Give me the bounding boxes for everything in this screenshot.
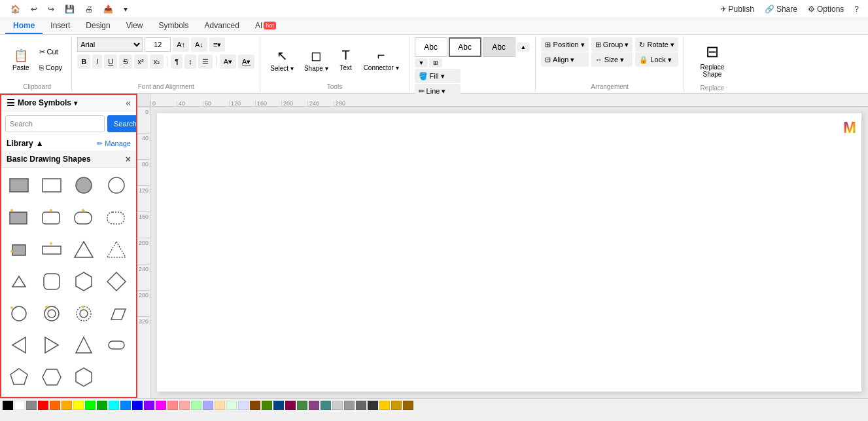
shape-triangle-left[interactable] xyxy=(5,331,33,359)
category-close-btn[interactable]: × xyxy=(126,154,131,164)
copy-button[interactable]: ⎘ Copy xyxy=(35,60,67,75)
font-bg-color-button[interactable]: A▾ xyxy=(220,54,236,69)
subscript-button[interactable]: x₂ xyxy=(150,54,164,69)
shape-circle[interactable] xyxy=(70,172,97,199)
color-swatch-0[interactable] xyxy=(3,401,13,410)
line-spacing-button[interactable]: ↕ xyxy=(184,54,196,69)
color-swatch-10[interactable] xyxy=(120,401,131,410)
help-button[interactable]: ? xyxy=(850,3,863,15)
shape-circle-outline[interactable] xyxy=(103,172,130,199)
shape-rect-rounded-dot[interactable] xyxy=(38,204,65,231)
color-swatch-3[interactable] xyxy=(38,401,48,410)
color-swatch-7[interactable] xyxy=(85,401,95,410)
color-swatch-13[interactable] xyxy=(156,401,166,410)
shape-triangle-outline[interactable] xyxy=(103,236,130,263)
shape-button[interactable]: ◻ Shape ▾ xyxy=(300,41,333,78)
more-btn[interactable]: ▾ xyxy=(118,0,133,18)
rotate-button[interactable]: ↻ Rotate ▾ xyxy=(635,37,678,52)
shape-triangle-up[interactable] xyxy=(70,236,97,263)
print-btn[interactable]: 🖨 xyxy=(80,0,98,18)
tab-view[interactable]: View xyxy=(118,18,151,34)
styles-scroll-up[interactable]: ▲ xyxy=(517,43,530,52)
color-swatch-25[interactable] xyxy=(297,401,307,410)
lock-button[interactable]: 🔒 Lock ▾ xyxy=(635,52,678,67)
superscript-button[interactable]: x² xyxy=(134,54,148,69)
color-swatch-33[interactable] xyxy=(391,401,402,410)
styles-expand[interactable]: ⊞ xyxy=(429,58,442,67)
search-button[interactable]: Search xyxy=(107,115,137,132)
shape-rect-rounded2-dot[interactable] xyxy=(70,204,97,231)
color-swatch-20[interactable] xyxy=(238,401,249,410)
align-button[interactable]: ≡▾ xyxy=(209,37,225,52)
color-swatch-1[interactable] xyxy=(14,401,25,410)
position-button[interactable]: ⊞ Position ▾ xyxy=(541,37,588,52)
font-name-select[interactable]: Arial xyxy=(77,37,143,52)
shape-rect-plain[interactable] xyxy=(5,172,33,199)
tab-insert[interactable]: Insert xyxy=(43,18,78,34)
canvas[interactable]: M xyxy=(150,107,868,398)
color-swatch-31[interactable] xyxy=(368,401,378,410)
color-swatch-9[interactable] xyxy=(109,401,119,410)
group-button[interactable]: ⊞ Group ▾ xyxy=(591,37,633,52)
color-swatch-4[interactable] xyxy=(50,401,60,410)
shape-rect-outline[interactable] xyxy=(38,172,65,199)
shape-rect-label[interactable] xyxy=(38,236,65,263)
shape-square-rounded[interactable] xyxy=(38,268,65,295)
tab-ai[interactable]: AI hot xyxy=(247,18,284,34)
shape-rect-outline2[interactable] xyxy=(103,204,130,231)
tab-symbols[interactable]: Symbols xyxy=(151,18,197,34)
shape-pentagon[interactable] xyxy=(5,363,33,391)
connector-button[interactable]: ⌐ Connector ▾ xyxy=(359,41,404,78)
color-swatch-21[interactable] xyxy=(250,401,260,410)
color-swatch-6[interactable] xyxy=(73,401,84,410)
font-shrink-button[interactable]: A↓ xyxy=(191,37,207,52)
tab-home[interactable]: Home xyxy=(5,18,43,34)
library-collapse-icon[interactable]: ▲ xyxy=(36,139,44,148)
select-button[interactable]: ↖ Select ▾ xyxy=(266,41,298,78)
color-swatch-30[interactable] xyxy=(356,401,366,410)
options-button[interactable]: ⚙ Options xyxy=(804,3,848,15)
font-size-input[interactable] xyxy=(145,37,171,52)
publish-button[interactable]: ✈ Publish xyxy=(716,3,758,15)
color-swatch-17[interactable] xyxy=(203,401,213,410)
shape-triangle-small[interactable] xyxy=(5,268,33,295)
shape-square-small[interactable] xyxy=(5,236,33,263)
shape-circle-dotted-dot[interactable] xyxy=(70,299,97,327)
tab-advanced[interactable]: Advanced xyxy=(197,18,247,34)
color-swatch-28[interactable] xyxy=(332,401,343,410)
search-input[interactable] xyxy=(5,115,105,132)
strikethrough-button[interactable]: S xyxy=(119,54,131,69)
size-button[interactable]: ↔ Size ▾ xyxy=(591,52,633,67)
paste-button[interactable]: 📋 Paste xyxy=(8,41,34,78)
color-swatch-11[interactable] xyxy=(132,401,143,410)
style-box-1[interactable]: Abc xyxy=(415,37,447,57)
shape-circle2-dot[interactable] xyxy=(5,299,33,327)
color-swatch-29[interactable] xyxy=(344,401,355,410)
canvas-page[interactable]: M xyxy=(157,113,861,392)
shape-hexagon[interactable] xyxy=(70,268,97,295)
color-swatch-22[interactable] xyxy=(262,401,272,410)
color-swatch-14[interactable] xyxy=(167,401,178,410)
italic-button[interactable]: I xyxy=(92,54,102,69)
color-swatch-19[interactable] xyxy=(226,401,237,410)
cut-button[interactable]: ✂ Cut xyxy=(35,45,67,59)
shape-stadium[interactable] xyxy=(103,331,130,359)
shape-triangle-right[interactable] xyxy=(38,331,65,359)
shape-rect-dot-tl[interactable] xyxy=(5,204,33,231)
color-swatch-8[interactable] xyxy=(97,401,107,410)
style-box-3[interactable]: Abc xyxy=(483,37,515,57)
styles-scroll-down[interactable]: ▼ xyxy=(415,58,428,67)
list-button[interactable]: ☰ xyxy=(198,54,213,69)
undo-btn[interactable]: ↩ xyxy=(26,0,43,18)
color-swatch-32[interactable] xyxy=(379,401,390,410)
color-swatch-12[interactable] xyxy=(144,401,154,410)
color-swatch-2[interactable] xyxy=(26,401,37,410)
text-button[interactable]: T Text xyxy=(334,41,358,78)
font-color-button[interactable]: A▾ xyxy=(238,54,254,69)
tab-design[interactable]: Design xyxy=(78,18,118,34)
color-swatch-26[interactable] xyxy=(309,401,319,410)
fill-button[interactable]: 🪣 Fill ▾ xyxy=(415,69,461,83)
style-box-2[interactable]: Abc xyxy=(449,37,481,57)
home-icon[interactable]: 🏠 xyxy=(5,0,26,18)
align-shape-button[interactable]: ⊟ Align ▾ xyxy=(541,52,588,67)
